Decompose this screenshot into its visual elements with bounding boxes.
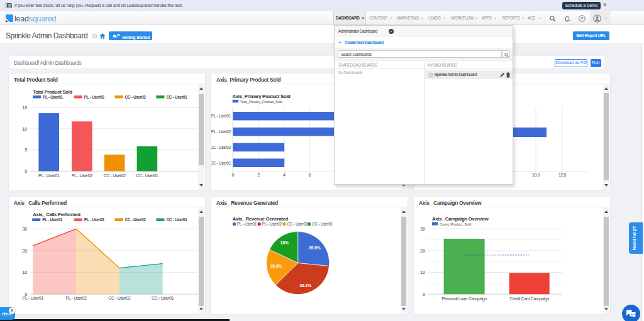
svg-text:10: 10: [22, 269, 27, 275]
svg-text:0: 0: [25, 168, 27, 174]
svg-text:PL - User01: PL - User01: [38, 173, 60, 178]
svg-text:0: 0: [232, 173, 235, 177]
svg-text:CC - User02: CC - User02: [108, 296, 131, 300]
svg-text:19.3%: 19.3%: [270, 264, 282, 268]
svg-text:Personal Loan Campaign: Personal Loan Campaign: [441, 297, 487, 302]
svg-text:36.1%: 36.1%: [299, 283, 312, 288]
svg-text:4: 4: [283, 173, 286, 177]
svg-text:18%: 18%: [280, 241, 289, 245]
svg-text:CC - User01: CC - User01: [136, 173, 158, 178]
svg-text:Axis_ Revenue Generated: Axis_ Revenue Generated: [233, 216, 289, 222]
svg-text:10: 10: [22, 126, 27, 132]
svg-text:CC - User02: CC - User02: [287, 222, 308, 226]
svg-text:PL - User01: PL - User01: [42, 217, 63, 222]
svg-text:Axis_ Calls Performed: Axis_ Calls Performed: [33, 212, 80, 217]
svg-text:10: 10: [420, 269, 425, 275]
svg-text:Axis_ Campaign Overview: Axis_ Campaign Overview: [432, 216, 489, 222]
svg-text:2: 2: [257, 173, 260, 177]
svg-text:PL - User02: PL - User02: [211, 129, 231, 134]
svg-text:Total_Primary_Product_Sold: Total_Primary_Product_Sold: [240, 100, 282, 104]
svg-text:PL - User01: PL - User01: [211, 114, 231, 118]
svg-text:PL - User02: PL - User02: [84, 217, 105, 222]
svg-text:PL - User02: PL - User02: [72, 173, 93, 178]
svg-text:PL - User01: PL - User01: [43, 95, 64, 99]
svg-text:PL - User01: PL - User01: [237, 222, 257, 226]
svg-text:Credit Card Campaign: Credit Card Campaign: [509, 297, 549, 302]
svg-text:PL - User02: PL - User02: [65, 296, 87, 300]
svg-text:CC - User02: CC - User02: [125, 95, 147, 99]
svg-text:26.6%: 26.6%: [309, 246, 321, 250]
svg-text:10.0: 10.0: [532, 173, 540, 177]
svg-text:CC - User02: CC - User02: [211, 145, 231, 150]
svg-text:CC - User01: CC - User01: [211, 161, 231, 165]
svg-text:PL - User02: PL - User02: [262, 222, 282, 226]
svg-text:0: 0: [423, 291, 425, 297]
svg-text:6: 6: [309, 173, 311, 177]
svg-text:?: ?: [580, 16, 583, 21]
svg-text:CC - User02: CC - User02: [104, 173, 126, 178]
svg-text:CC - User01: CC - User01: [312, 222, 333, 226]
svg-text:Axis_Primary Product Sold: Axis_Primary Product Sold: [233, 94, 291, 99]
svg-text:CC - User01: CC - User01: [166, 217, 187, 222]
svg-text:PL - User02: PL - User02: [84, 95, 105, 99]
svg-text:Total Product Sold: Total Product Sold: [33, 89, 72, 95]
svg-text:CC - User01: CC - User01: [152, 296, 174, 300]
svg-text:CC - User01: CC - User01: [166, 95, 187, 99]
svg-text:Count_Product_Sold: Count_Product_Sold: [440, 222, 471, 226]
svg-text:20: 20: [420, 248, 425, 254]
svg-text:PL - User01: PL - User01: [23, 296, 44, 300]
svg-text:15: 15: [22, 105, 27, 111]
svg-text:20: 20: [22, 248, 27, 254]
svg-text:12.5: 12.5: [558, 173, 567, 177]
svg-text:30: 30: [22, 226, 27, 232]
svg-text:5: 5: [25, 147, 27, 153]
svg-text:30: 30: [420, 226, 425, 232]
svg-text:CC - User02: CC - User02: [125, 217, 147, 222]
